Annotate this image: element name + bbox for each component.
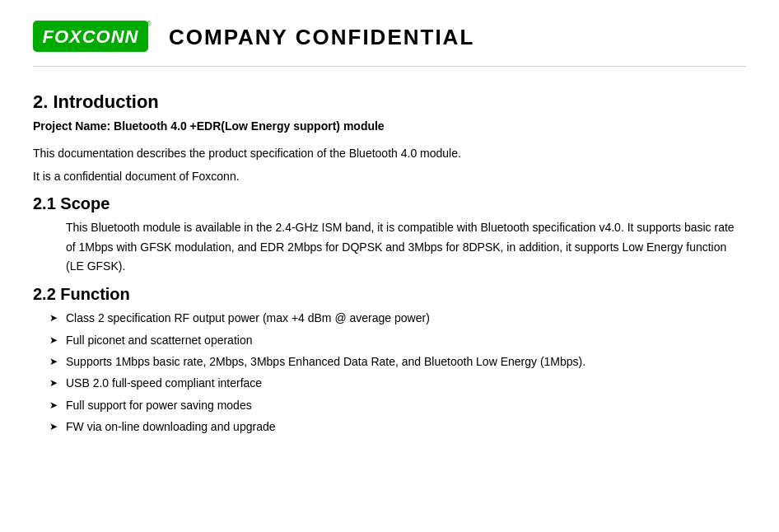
description-line1: This documentation describes the product… [33,144,746,162]
section-22-title: 2.2 Function [33,285,746,304]
foxconn-logo: FOXCONN ® [33,16,152,58]
function-list: Class 2 specification RF output power (m… [49,309,746,436]
function-item-6: FW via on-line downloading and upgrade [66,418,746,436]
svg-text:FOXCONN: FOXCONN [43,26,139,47]
project-name: Project Name: Bluetooth 4.0 +EDR(Low Ene… [33,119,746,133]
function-list-item: Full support for power saving modes [49,396,746,414]
section-21-content: This Bluetooth module is available in th… [66,218,746,277]
svg-text:®: ® [146,20,152,28]
logo-container: FOXCONN ® [33,16,152,58]
function-item-4: USB 2.0 full-speed compliant interface [66,374,746,392]
section-introduction: 2. Introduction Project Name: Bluetooth … [33,91,746,186]
function-list-item: Full piconet and scatternet operation [49,331,746,349]
function-list-item: Class 2 specification RF output power (m… [49,309,746,327]
page-header: FOXCONN ® COMPANY CONFIDENTIAL [33,16,746,67]
section-2-title: 2. Introduction [33,91,746,113]
function-list-item: FW via on-line downloading and upgrade [49,418,746,436]
function-list-item: USB 2.0 full-speed compliant interface [49,374,746,392]
description-line2: It is a confidential document of Foxconn… [33,167,746,185]
section-scope: 2.1 Scope This Bluetooth module is avail… [33,194,746,277]
section-function: 2.2 Function Class 2 specification RF ou… [33,285,746,436]
function-list-item: Supports 1Mbps basic rate, 2Mbps, 3Mbps … [49,352,746,371]
section-21-title: 2.1 Scope [33,194,746,213]
company-title: COMPANY CONFIDENTIAL [169,25,474,50]
function-item-3: Supports 1Mbps basic rate, 2Mbps, 3Mbps … [66,352,746,371]
function-item-1: Class 2 specification RF output power (m… [66,309,746,327]
function-item-5: Full support for power saving modes [66,396,746,414]
function-item-2: Full piconet and scatternet operation [66,331,746,349]
